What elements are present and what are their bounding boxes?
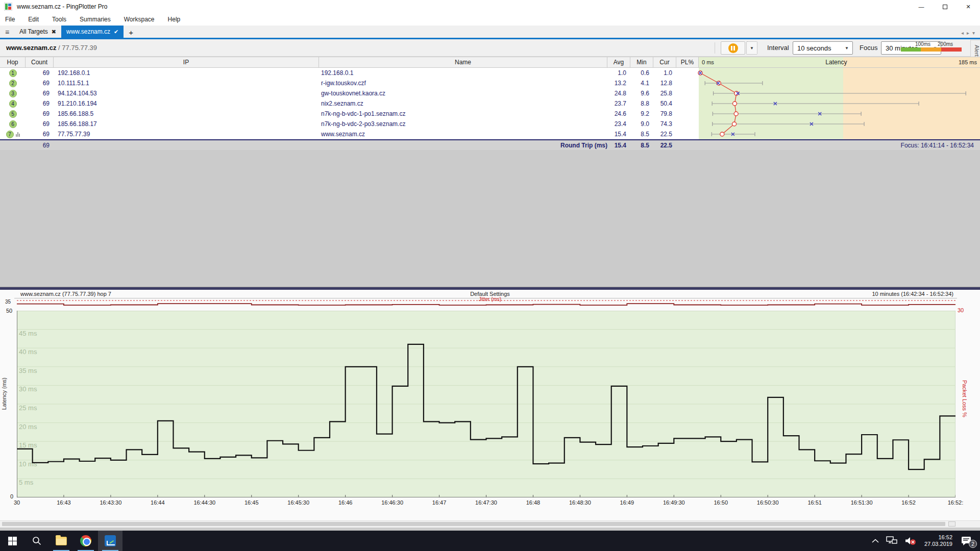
round-trip-cur: 22.5 [653,140,676,150]
start-button[interactable] [0,531,24,551]
menu-help[interactable]: Help [168,16,181,23]
menu-edit[interactable]: Edit [28,16,39,23]
network-status-button[interactable] [883,531,901,551]
latency-cell [699,98,980,109]
chevron-down-icon: ▼ [845,46,852,51]
chrome-icon [80,535,91,546]
pause-button[interactable] [721,41,745,55]
window-title: www.seznam.cz - PingPlotter Pro [17,3,107,10]
tab-bar: ≡ All Targets ✖ www.seznam.cz ✔ + ◂ ▸ ▾ [0,26,980,38]
volume-muted-icon [904,536,917,545]
tab-list-caret-icon[interactable]: ▾ [972,30,975,36]
latency-cell [699,119,980,129]
time-tick-label: 16:43 [57,499,71,506]
menu-workspace[interactable]: Workspace [124,16,155,23]
search-button[interactable] [24,531,49,551]
hop-cell: 6 [0,119,26,129]
tray-expand-button[interactable] [868,531,883,551]
volume-button[interactable] [901,531,920,551]
round-trip-count: 69 [0,140,54,150]
hop-number-badge: 3 [9,90,17,97]
col-name[interactable]: Name [319,57,607,67]
hop-row-5[interactable]: 569185.66.188.5n7k-ng-b-vdc-1-po1.seznam… [0,109,980,119]
svg-text:25 ms: 25 ms [19,404,37,412]
menu-summaries[interactable]: Summaries [80,16,111,23]
name-cell: n7k-ng-b-vdc-1-po1.seznam.cz [319,109,607,119]
close-tab-icon[interactable]: ✖ [52,29,56,35]
latency-axis-title: Latency [825,59,847,66]
search-icon [32,536,42,546]
ip-cell: 10.111.51.1 [54,78,319,88]
time-tick-label: 16:50:30 [757,499,779,506]
latency-axis-label: Latency (ms) [1,378,7,410]
pingplotter-button[interactable] [98,531,122,551]
cur-cell: 1.0 [653,68,676,78]
time-tick-label: 16:51:30 [851,499,873,506]
svg-text:5 ms: 5 ms [19,479,34,486]
svg-text:30 ms: 30 ms [19,385,37,393]
count-cell: 69 [26,78,54,88]
min-cell: 9.0 [630,119,653,129]
scrollbar-grip[interactable] [948,521,955,527]
time-axis-labels: 3016:4316:43:3016:4416:44:3016:4516:45:3… [0,499,980,507]
hop-row-4[interactable]: 46991.210.16.194nix2.seznam.cz23.78.850.… [0,98,980,109]
col-count[interactable]: Count [26,57,54,67]
tab-scroll-left-icon[interactable]: ◂ [961,30,964,36]
time-tick-label: 30 [14,499,20,506]
file-explorer-button[interactable] [49,531,74,551]
svg-text:20 ms: 20 ms [19,423,37,431]
time-tick-label: 16:45 [244,499,259,506]
tab-scroll-right-icon[interactable]: ▸ [967,30,969,36]
close-button[interactable]: ✕ [957,0,980,13]
col-avg[interactable]: Avg [607,57,630,67]
latency-axis-min: 0 ms [702,59,714,65]
notification-badge: 2 [969,540,977,548]
round-trip-label: Round Trip (ms) [54,140,607,150]
pause-options-caret[interactable]: ▼ [746,41,757,55]
tab-www-seznam-cz[interactable]: www.seznam.cz ✔ [61,26,124,38]
menu-tools[interactable]: Tools [52,16,66,23]
col-cur[interactable]: Cur [653,57,676,67]
col-min[interactable]: Min [630,57,653,67]
target-list-icon[interactable]: ≡ [0,28,14,38]
hop-row-7[interactable]: 76977.75.77.39www.seznam.cz15.48.522.5 [0,129,980,139]
maximize-button[interactable] [933,0,957,13]
toolbar-divider [715,42,715,54]
count-cell: 69 [26,98,54,109]
menu-bar: FileEditToolsSummariesWorkspaceHelp [0,13,980,26]
avg-cell: 24.8 [607,88,630,98]
col-pl[interactable]: PL% [676,57,699,67]
latency-timeline-graph[interactable]: 45 ms40 ms35 ms30 ms25 ms20 ms15 ms10 ms… [17,311,955,497]
svg-text:45 ms: 45 ms [19,330,37,337]
minimize-button[interactable]: — [910,0,933,13]
pingplotter-icon [105,535,116,546]
hop-number-badge: 7 [6,131,14,138]
round-trip-avg: 15.4 [607,140,630,150]
time-tick-label: 16:52: [948,499,964,506]
col-ip[interactable]: IP [54,57,319,67]
taskbar-clock[interactable]: 16:52 27.03.2019 [920,534,957,547]
count-cell: 69 [26,68,54,78]
tab-all-targets[interactable]: All Targets ✖ [14,26,61,38]
hop-row-1[interactable]: 169192.168.0.1192.168.0.11.00.61.0 [0,68,980,78]
menu-file[interactable]: File [5,16,15,23]
col-latency: 0 ms Latency 185 ms [699,57,980,67]
interval-dropdown[interactable]: 10 seconds ▼ [793,41,853,55]
timeline-scrollbar-thumb[interactable] [2,522,945,526]
chrome-button[interactable] [74,531,98,551]
packet-loss-axis-30: 30 [958,307,964,313]
legend-100ms-label: 100ms [915,41,930,47]
col-hop[interactable]: Hop [0,57,26,67]
hop-table-rows: 169192.168.0.1192.168.0.11.00.61.026910.… [0,68,980,139]
count-cell: 69 [26,88,54,98]
hop-row-6[interactable]: 669185.66.188.17n7k-ng-b-vdc-2-po3.sezna… [0,119,980,129]
time-tick-label: 16:51 [807,499,822,506]
ip-cell: 77.75.77.39 [54,129,319,139]
new-tab-button[interactable]: + [124,28,138,38]
min-cell: 9.6 [630,88,653,98]
action-center-button[interactable]: 2 [957,531,980,551]
hop-row-2[interactable]: 26910.111.51.1r-igw.touskov.czf13.24.112… [0,78,980,88]
time-tick-label: 16:46 [338,499,353,506]
time-tick-label: 16:44:30 [193,499,215,506]
hop-row-3[interactable]: 36994.124.104.53gw-touskovnet.kaora.cz24… [0,88,980,98]
